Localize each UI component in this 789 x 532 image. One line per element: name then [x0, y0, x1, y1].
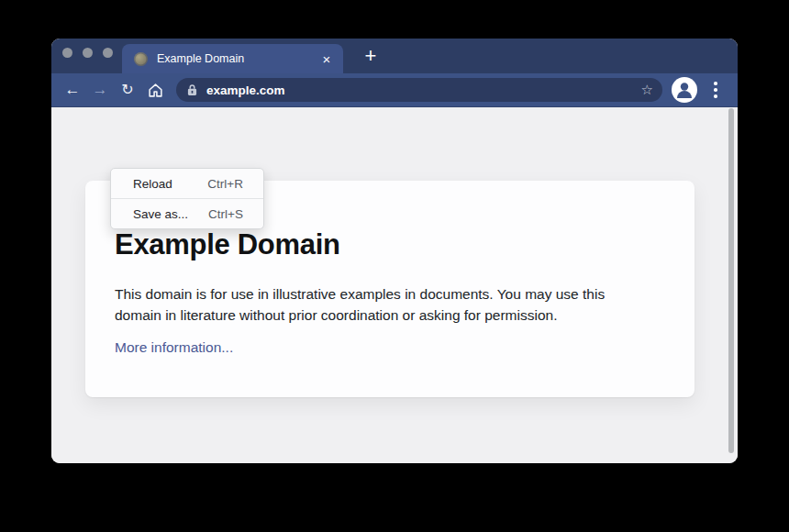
- browser-tab[interactable]: Example Domain ×: [122, 44, 343, 73]
- page-viewport: Example Domain This domain is for use in…: [51, 107, 738, 463]
- window-close-button[interactable]: [62, 48, 72, 58]
- bookmark-star-icon[interactable]: ☆: [641, 83, 655, 97]
- page-paragraph: This domain is for use in illustrative e…: [115, 283, 665, 326]
- browser-window: Example Domain × + ← → ↻ example.com: [51, 39, 738, 463]
- back-button[interactable]: ←: [59, 77, 86, 103]
- home-button[interactable]: [141, 77, 169, 103]
- more-information-link[interactable]: More information...: [115, 337, 233, 358]
- lock-icon: [187, 83, 197, 96]
- new-tab-button[interactable]: +: [354, 42, 387, 72]
- browser-toolbar: ← → ↻ example.com ☆: [51, 73, 738, 107]
- profile-avatar[interactable]: [672, 77, 697, 103]
- person-icon: [672, 77, 697, 103]
- menu-dots-icon[interactable]: [708, 77, 723, 103]
- page-heading: Example Domain: [115, 228, 340, 261]
- tab-strip: Example Domain × +: [51, 39, 738, 73]
- context-menu: Reload Ctrl+R Save as... Ctrl+S: [110, 168, 264, 229]
- tab-title: Example Domain: [157, 52, 319, 65]
- menu-item-shortcut: Ctrl+R: [207, 177, 243, 191]
- menu-item-save-as[interactable]: Save as... Ctrl+S: [111, 199, 263, 228]
- url-text: example.com: [206, 83, 641, 97]
- paragraph-line: This domain is for use in illustrative e…: [115, 283, 665, 305]
- address-bar[interactable]: example.com ☆: [176, 78, 662, 102]
- window-minimize-button[interactable]: [83, 48, 93, 58]
- scrollbar-thumb[interactable]: [728, 108, 734, 453]
- window-zoom-button[interactable]: [103, 48, 113, 58]
- tab-close-icon[interactable]: ×: [319, 52, 334, 66]
- desktop-background: Example Domain × + ← → ↻ example.com: [0, 0, 789, 532]
- menu-item-label: Save as...: [133, 207, 188, 221]
- home-icon: [148, 83, 163, 98]
- menu-item-shortcut: Ctrl+S: [208, 207, 243, 221]
- window-controls: [62, 48, 113, 58]
- tab-favicon-icon: [134, 52, 148, 66]
- forward-button[interactable]: →: [86, 77, 114, 103]
- menu-item-reload[interactable]: Reload Ctrl+R: [111, 169, 263, 198]
- menu-item-label: Reload: [133, 177, 172, 191]
- paragraph-line: domain in literature without prior coord…: [115, 305, 665, 326]
- reload-button[interactable]: ↻: [114, 77, 141, 103]
